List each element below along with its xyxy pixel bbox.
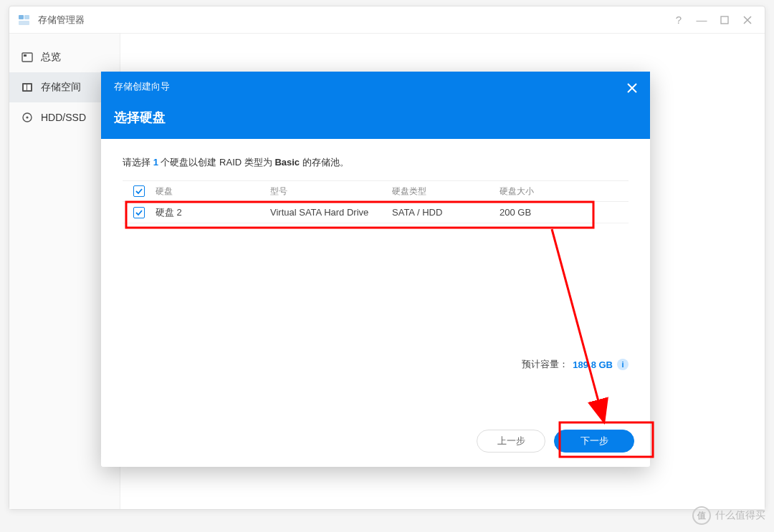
table-row[interactable]: 硬盘 2 Virtual SATA Hard Drive SATA / HDD … — [123, 202, 629, 223]
cell-disk: 硬盘 2 — [156, 206, 270, 219]
cell-model: Virtual SATA Hard Drive — [270, 207, 392, 218]
prev-button[interactable]: 上一步 — [477, 430, 545, 453]
svg-rect-7 — [24, 84, 27, 90]
maximize-button[interactable] — [715, 10, 735, 30]
col-type: 硬盘类型 — [392, 185, 500, 198]
summary-label: 预计容量： — [522, 358, 568, 371]
svg-rect-0 — [19, 15, 24, 19]
sidebar-item-label: 存储空间 — [41, 81, 81, 94]
sidebar-item-label: 总览 — [41, 51, 61, 64]
instruction-basic: Basic — [274, 157, 300, 168]
sidebar-item-label: HDD/SSD — [41, 112, 86, 123]
storage-icon — [21, 81, 34, 94]
svg-rect-4 — [22, 53, 32, 62]
svg-rect-1 — [24, 15, 29, 19]
cell-size: 200 GB — [500, 207, 600, 218]
titlebar: 存储管理器 ? — — [9, 6, 765, 34]
instruction-count: 1 — [153, 157, 158, 168]
svg-rect-5 — [24, 54, 27, 57]
dialog-body: 请选择 1 个硬盘以创建 RAID 类型为 Basic 的存储池。 硬盘 型号 … — [101, 139, 650, 421]
instruction-mid: 个硬盘以创建 RAID 类型为 — [158, 157, 275, 168]
watermark: 值 什么值得买 — [692, 506, 765, 525]
dialog-footer: 上一步 下一步 — [101, 421, 650, 467]
window-title: 存储管理器 — [38, 14, 85, 26]
overview-icon — [21, 51, 34, 64]
col-disk: 硬盘 — [156, 185, 270, 198]
watermark-text: 什么值得买 — [715, 509, 765, 522]
info-icon[interactable]: i — [617, 359, 629, 370]
svg-rect-2 — [19, 21, 29, 25]
help-button[interactable]: ? — [669, 10, 689, 30]
col-model: 型号 — [270, 185, 392, 198]
disk-icon — [21, 111, 34, 124]
svg-rect-3 — [721, 16, 728, 24]
app-icon — [16, 12, 32, 28]
close-button[interactable] — [737, 10, 758, 30]
summary-value: 189.8 GB — [573, 359, 613, 370]
capacity-summary: 预计容量： 189.8 GB i — [522, 358, 629, 371]
dialog-title: 选择硬盘 — [114, 109, 637, 126]
storage-wizard-dialog: 存储创建向导 选择硬盘 请选择 1 个硬盘以创建 RAID 类型为 Basic … — [101, 72, 650, 467]
table-header: 硬盘 型号 硬盘类型 硬盘大小 — [123, 180, 629, 202]
minimize-button[interactable]: — — [692, 10, 712, 30]
disk-table: 硬盘 型号 硬盘类型 硬盘大小 硬盘 2 Virtual SATA Hard D… — [123, 180, 629, 223]
row-checkbox[interactable] — [133, 207, 145, 218]
watermark-badge: 值 — [692, 506, 711, 525]
select-all-checkbox[interactable] — [133, 185, 145, 197]
svg-rect-8 — [27, 84, 31, 90]
instruction-suffix: 的存储池。 — [300, 157, 349, 168]
col-size: 硬盘大小 — [500, 185, 600, 198]
svg-point-10 — [26, 116, 28, 118]
sidebar-item-overview[interactable]: 总览 — [9, 42, 120, 72]
cell-type: SATA / HDD — [392, 207, 500, 218]
dialog-subtitle: 存储创建向导 — [114, 80, 637, 93]
dialog-close-button[interactable] — [624, 80, 640, 96]
instruction-prefix: 请选择 — [123, 157, 153, 168]
instruction-text: 请选择 1 个硬盘以创建 RAID 类型为 Basic 的存储池。 — [123, 156, 629, 169]
next-button[interactable]: 下一步 — [554, 430, 634, 453]
dialog-header: 存储创建向导 选择硬盘 — [101, 72, 650, 139]
